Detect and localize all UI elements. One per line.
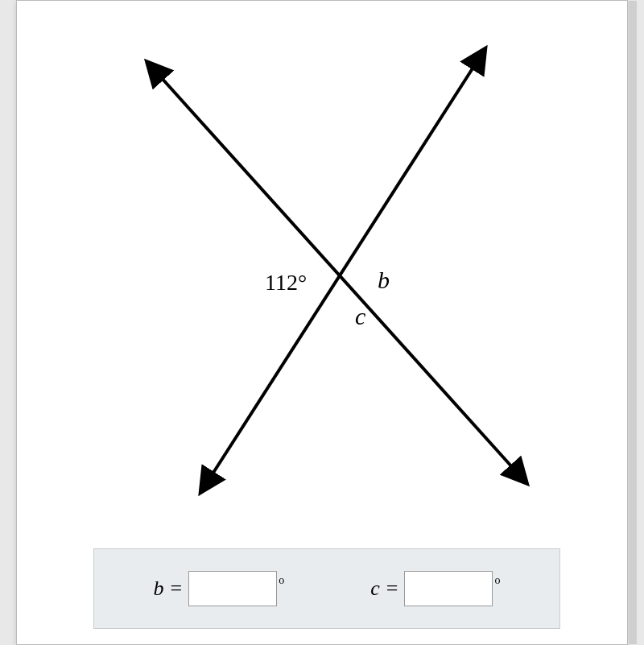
- angle-diagram: 112° b c: [61, 25, 584, 508]
- unit-b: o: [279, 574, 284, 587]
- input-c[interactable]: [404, 571, 493, 606]
- answer-panel: b = o c = o: [93, 548, 560, 629]
- angle-label-c: c: [355, 303, 365, 330]
- worksheet-page: 112° b c b = o c = o: [16, 0, 628, 645]
- intersecting-lines-svg: [61, 25, 584, 508]
- line-one: [154, 69, 520, 476]
- scrollbar[interactable]: [629, 1, 637, 644]
- line-two: [206, 57, 480, 484]
- angle-label-given: 112°: [265, 270, 307, 296]
- answer-field-c: c = o: [370, 571, 500, 606]
- angle-label-b: b: [378, 267, 390, 294]
- var-c: c: [370, 577, 380, 601]
- equals-b: =: [171, 577, 183, 601]
- answer-field-b: b = o: [154, 571, 285, 606]
- unit-c: o: [494, 574, 500, 587]
- equals-c: =: [386, 577, 398, 601]
- input-b[interactable]: [188, 571, 277, 606]
- var-b: b: [154, 577, 164, 601]
